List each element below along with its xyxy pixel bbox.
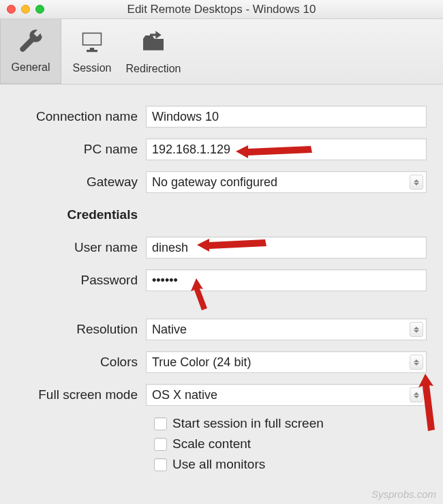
label-full-screen-mode: Full screen mode <box>16 387 146 402</box>
label-scale-content: Scale content <box>172 436 251 451</box>
tab-session-label: Session <box>73 62 112 74</box>
label-use-all-monitors: Use all monitors <box>172 457 265 472</box>
wrench-icon <box>18 29 44 57</box>
label-gateway: Gateway <box>16 175 146 190</box>
label-start-full-screen: Start session in full screen <box>172 416 324 431</box>
svg-rect-0 <box>83 33 100 44</box>
colors-value: True Color (24 bit) <box>152 355 251 370</box>
user-name-input[interactable] <box>146 237 427 258</box>
tab-redirection[interactable]: Redirection <box>123 19 184 84</box>
watermark: Sysprobs.com <box>371 488 436 500</box>
close-window-button[interactable] <box>7 5 16 14</box>
updown-icon <box>410 175 423 190</box>
checkbox-scale-content[interactable] <box>154 438 167 451</box>
label-colors: Colors <box>16 355 146 370</box>
connection-name-input[interactable] <box>146 106 427 128</box>
tab-redirection-label: Redirection <box>126 63 181 75</box>
updown-icon <box>410 322 423 337</box>
full-screen-mode-select[interactable]: OS X native <box>146 384 427 406</box>
form-panel: Connection name PC name Gateway No gatew… <box>0 85 443 484</box>
folder-redirect-icon <box>140 29 167 59</box>
label-password: Password <box>16 273 146 288</box>
checkbox-start-full-screen[interactable] <box>154 417 167 430</box>
label-connection-name: Connection name <box>16 109 146 124</box>
password-input[interactable] <box>146 269 427 291</box>
label-user-name: User name <box>16 240 146 255</box>
minimize-window-button[interactable] <box>21 5 30 14</box>
window-title: Edit Remote Desktops - Windows 10 <box>7 3 436 16</box>
titlebar: Edit Remote Desktops - Windows 10 <box>0 0 443 19</box>
zoom-window-button[interactable] <box>35 5 44 14</box>
gateway-value: No gateway configured <box>152 175 277 190</box>
gateway-select[interactable]: No gateway configured <box>146 171 427 193</box>
toolbar: General Session Redirection <box>0 19 443 85</box>
label-credentials: Credentials <box>16 207 146 222</box>
updown-icon <box>410 355 423 370</box>
tab-session[interactable]: Session <box>61 19 123 84</box>
resolution-value: Native <box>152 323 187 337</box>
label-pc-name: PC name <box>16 142 146 157</box>
monitor-icon <box>79 29 105 58</box>
full-screen-mode-value: OS X native <box>152 388 217 402</box>
resolution-select[interactable]: Native <box>146 318 427 340</box>
checkbox-use-all-monitors[interactable] <box>154 458 167 471</box>
label-resolution: Resolution <box>16 322 146 337</box>
pc-name-input[interactable] <box>146 138 427 160</box>
updown-icon <box>410 387 423 402</box>
colors-select[interactable]: True Color (24 bit) <box>146 351 427 373</box>
traffic-lights <box>7 5 44 14</box>
tab-general-label: General <box>12 61 50 74</box>
tab-general[interactable]: General <box>0 19 61 84</box>
